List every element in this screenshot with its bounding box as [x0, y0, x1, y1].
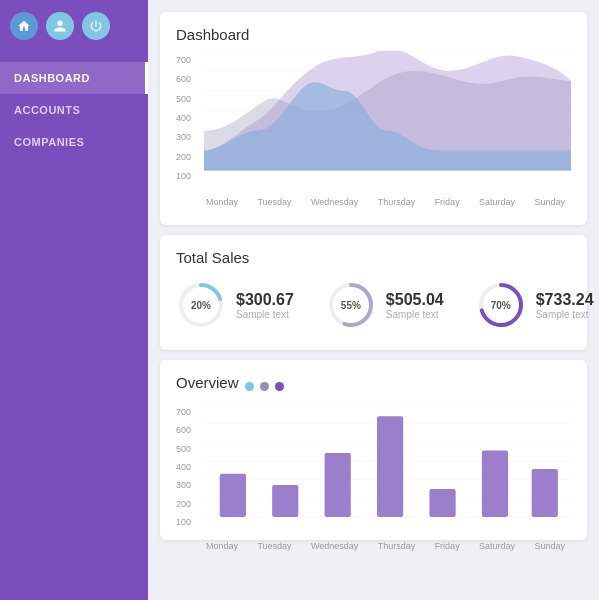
pct-label-1: 20% — [191, 300, 211, 311]
circle-progress-1: 20% — [176, 280, 226, 330]
area-chart: 700 600 500 400 300 200 100 — [176, 51, 571, 211]
sales-amount-3: $733.24 — [536, 291, 594, 309]
sidebar-nav: DASHBOARD ACCOUNTS COMPANIES — [0, 62, 148, 158]
overview-dot-2 — [260, 382, 269, 391]
home-icon-button[interactable] — [10, 12, 38, 40]
user-icon-button[interactable] — [46, 12, 74, 40]
svg-rect-25 — [482, 451, 508, 517]
sales-info-1: $300.67 Sample text — [236, 291, 294, 320]
power-icon-button[interactable] — [82, 12, 110, 40]
dashboard-card: Dashboard 700 600 500 400 300 200 100 — [160, 12, 587, 225]
sidebar-item-companies[interactable]: COMPANIES — [0, 126, 148, 158]
circle-progress-3: 70% — [476, 280, 526, 330]
svg-rect-24 — [429, 489, 455, 517]
overview-card: Overview 700 600 500 400 300 200 100 — [160, 360, 587, 540]
sales-info-3: $733.24 Sample text — [536, 291, 594, 320]
sales-sub-1: Sample text — [236, 309, 294, 320]
overview-dot-1 — [245, 382, 254, 391]
total-sales-card: Total Sales 20% $300.67 Sample text — [160, 235, 587, 350]
svg-rect-21 — [272, 485, 298, 517]
y-axis-labels: 700 600 500 400 300 200 100 — [176, 51, 191, 181]
overview-dot-3 — [275, 382, 284, 391]
pct-label-2: 55% — [341, 300, 361, 311]
bar-y-axis: 700 600 500 400 300 200 100 — [176, 405, 191, 527]
x-axis-labels: Monday Tuesday Wednesday Thursday Friday… — [176, 195, 571, 207]
sales-item-2: 55% $505.04 Sample text — [326, 280, 444, 330]
total-sales-title: Total Sales — [176, 249, 571, 266]
dashboard-title: Dashboard — [176, 26, 571, 43]
sales-amount-2: $505.04 — [386, 291, 444, 309]
sidebar: DASHBOARD ACCOUNTS COMPANIES — [0, 0, 148, 600]
sales-sub-3: Sample text — [536, 309, 594, 320]
sales-item-1: 20% $300.67 Sample text — [176, 280, 294, 330]
sales-info-2: $505.04 Sample text — [386, 291, 444, 320]
sidebar-icon-row — [0, 0, 148, 52]
sales-amount-1: $300.67 — [236, 291, 294, 309]
main-content: Dashboard 700 600 500 400 300 200 100 — [148, 0, 599, 600]
pct-label-3: 70% — [491, 300, 511, 311]
bar-x-axis: Monday Tuesday Wednesday Thursday Friday… — [176, 539, 571, 551]
svg-rect-20 — [220, 474, 246, 517]
sidebar-item-dashboard[interactable]: DASHBOARD — [0, 62, 148, 94]
svg-rect-26 — [532, 469, 558, 517]
sidebar-item-accounts[interactable]: ACCOUNTS — [0, 94, 148, 126]
svg-rect-22 — [325, 453, 351, 517]
sales-sub-2: Sample text — [386, 309, 444, 320]
sales-row: 20% $300.67 Sample text 55% — [176, 274, 571, 336]
svg-rect-23 — [377, 416, 403, 517]
overview-title: Overview — [176, 374, 239, 391]
overview-header: Overview — [176, 374, 571, 399]
bar-chart: 700 600 500 400 300 200 100 — [176, 405, 571, 553]
circle-progress-2: 55% — [326, 280, 376, 330]
sales-item-3: 70% $733.24 Sample text — [476, 280, 594, 330]
